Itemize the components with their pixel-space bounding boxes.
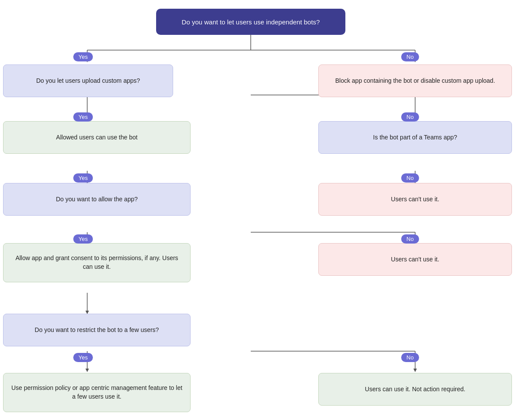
yes-badge-4: Yes [73,234,93,244]
restrict-node: Do you want to restrict the bot to a few… [3,314,191,346]
no-action-node: Users can use it. Not action required. [318,373,512,406]
no-badge-2: No [401,112,419,122]
start-node: Do you want to let users use independent… [156,9,345,35]
flowchart-diagram: Do you want to let users use independent… [0,0,515,420]
svg-marker-33 [413,369,417,372]
yes-badge-2: Yes [73,112,93,122]
svg-marker-30 [85,369,89,372]
upload-node: Do you let users upload custom apps? [3,64,173,97]
yes-badge-5: Yes [73,353,93,362]
allow-grant-node: Allow app and grant consent to its permi… [3,243,191,282]
yes-badge-3: Yes [73,173,93,183]
no-badge-4: No [401,234,419,244]
no-badge-1: No [401,52,419,61]
permission-node: Use permission policy or app centric man… [3,373,191,412]
yes-badge-1: Yes [73,52,93,61]
allow-app-node: Do you want to allow the app? [3,183,191,216]
teams-part-node: Is the bot part of a Teams app? [318,121,512,154]
block-node: Block app containing the bot or disable … [318,64,512,97]
no-badge-3: No [401,173,419,183]
cant-use-1-node: Users can't use it. [318,183,512,216]
allowed-node: Allowed users can use the bot [3,121,191,154]
cant-use-2-node: Users can't use it. [318,243,512,276]
no-badge-5: No [401,353,419,362]
